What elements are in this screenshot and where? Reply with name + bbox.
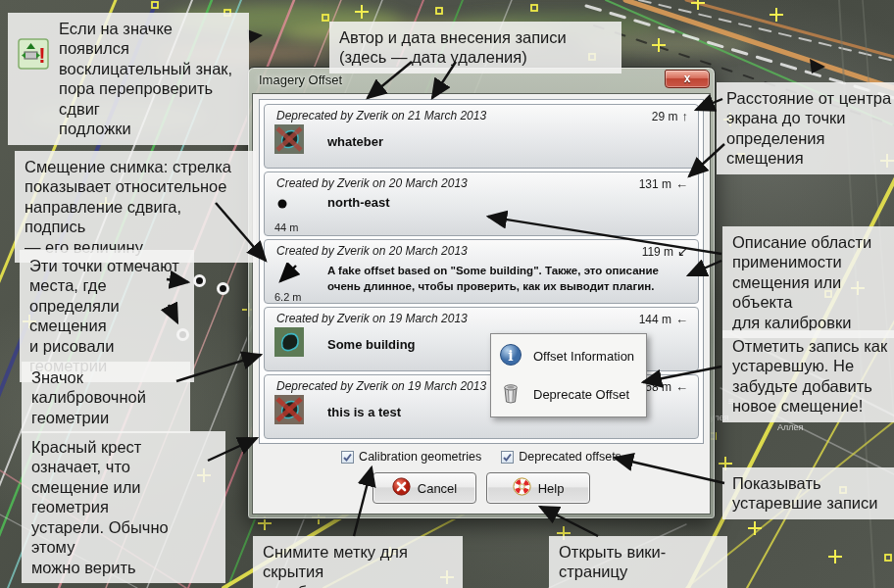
offset-arrow-icon <box>274 263 300 290</box>
entry-offset-length: 44 m <box>274 221 298 233</box>
entry-distance: 119 m↙ <box>642 244 688 259</box>
menu-item-label: Deprecate Offset <box>533 387 629 402</box>
offset-point-icon <box>274 195 300 220</box>
cancel-icon <box>392 477 411 499</box>
menu-item-deprecate-offset[interactable]: Deprecate Offset <box>491 375 646 414</box>
dialog-title: Imagery Offset <box>259 73 342 87</box>
callout-show-deprecated: Показывать устаревшие записи <box>722 467 894 519</box>
entry-description: Some building <box>327 337 416 352</box>
checkbox-box <box>341 451 354 464</box>
offset-context-menu: i Offset Information Deprecate Offset <box>490 333 647 417</box>
callout-distance: Расстояние от центра экрана до точки опр… <box>717 82 894 174</box>
direction-arrow-icon: ← <box>675 176 688 191</box>
direction-arrow-icon: ← <box>675 312 688 326</box>
callout-offset-arrow: Смещение снимка: стрелка показывает отно… <box>15 151 256 263</box>
direction-arrow-icon: ↙ <box>677 244 688 259</box>
imagery-offset-warning-icon: ! <box>18 19 49 74</box>
info-icon: i <box>499 343 522 369</box>
cancel-button[interactable]: Cancel <box>372 472 476 504</box>
entry-author-date: Deprecated by Zverik on 19 March 2013 <box>276 379 486 394</box>
checkbox-label: Calibration geometries <box>359 450 481 464</box>
offset-location-dot <box>217 282 229 295</box>
close-button[interactable]: x <box>665 70 710 88</box>
checkbox-label: Deprecated offsets <box>519 450 621 464</box>
trash-icon <box>499 381 522 408</box>
calibration-geometry-icon <box>274 327 304 361</box>
callout-calibration-icon: Значок калибровочной геометрии <box>22 362 190 433</box>
callout-author-date: Автор и дата внесения записи (здесь — да… <box>329 22 621 74</box>
map-street-label: Аллея <box>777 422 803 432</box>
entry-offset-length: 6.2 m <box>274 291 302 303</box>
svg-text:i: i <box>508 348 513 364</box>
dialog-client-area: Deprecated by Zverik on 21 March 2013 29… <box>252 93 711 514</box>
callout-text: Если на значке появился восклицательный … <box>59 19 239 139</box>
entry-author-date: Created by Zverik on 20 March 2013 <box>276 176 468 191</box>
offset-list-item[interactable]: Deprecated by Zverik on 21 March 2013 29… <box>264 104 699 169</box>
button-label: Help <box>538 481 565 496</box>
button-label: Cancel <box>418 481 457 496</box>
menu-item-offset-information[interactable]: i Offset Information <box>491 337 646 375</box>
entry-description: this is a test <box>327 405 401 419</box>
direction-arrow-icon: ← <box>675 379 688 394</box>
calibration-deprecated-icon <box>274 395 304 428</box>
callout-icon-warning: ! Если на значке появился восклицательны… <box>8 13 249 145</box>
entry-author-date: Deprecated by Zverik on 21 March 2013 <box>276 109 486 123</box>
check-icon <box>342 452 353 463</box>
entry-description: whateber <box>327 134 383 149</box>
imagery-offset-dialog: Imagery Offset x Deprecated by Zverik on… <box>247 67 716 519</box>
callout-deprecate: Отметить запись как устаревшую. Не забуд… <box>722 330 894 422</box>
offset-list-item[interactable]: Created by Zverik on 20 March 2013 119 m… <box>264 239 699 304</box>
menu-item-label: Offset Information <box>533 349 634 364</box>
callout-description: Описание области применимости смещения и… <box>722 226 894 338</box>
check-icon <box>502 452 513 463</box>
close-icon: x <box>684 72 691 85</box>
checkbox-box <box>501 451 514 464</box>
checkbox-calibration-geometries[interactable]: Calibration geometries <box>341 450 481 464</box>
entry-distance: 131 m← <box>639 176 688 191</box>
callout-red-cross: Красный крест означает, что смещение или… <box>22 431 225 583</box>
callout-uncheck-calibration: Снимите метку для скрытия калибровочных … <box>253 536 463 588</box>
entry-distance: 29 m↑ <box>652 109 688 123</box>
entry-author-date: Created by Zverik on 19 March 2013 <box>276 312 468 326</box>
callout-wiki-help: Открыть вики-страницу про сервер смещени… <box>549 536 727 588</box>
offset-list-item[interactable]: Created by Zverik on 20 March 2013 131 m… <box>264 172 699 236</box>
entry-author-date: Created by Zverik on 20 March 2013 <box>276 244 468 259</box>
help-button[interactable]: Help <box>486 472 590 504</box>
entry-distance: 144 m← <box>639 312 688 326</box>
offset-location-dot <box>193 274 206 287</box>
entry-description: north-east <box>327 195 390 210</box>
help-lifebuoy-icon <box>513 477 531 499</box>
checkbox-deprecated-offsets[interactable]: Deprecated offsets <box>501 450 621 464</box>
direction-arrow-icon: ↑ <box>682 109 689 123</box>
svg-text:!: ! <box>38 43 45 68</box>
calibration-deprecated-icon <box>274 124 304 158</box>
entry-description: A fake offset based on "Some building". … <box>327 263 690 294</box>
